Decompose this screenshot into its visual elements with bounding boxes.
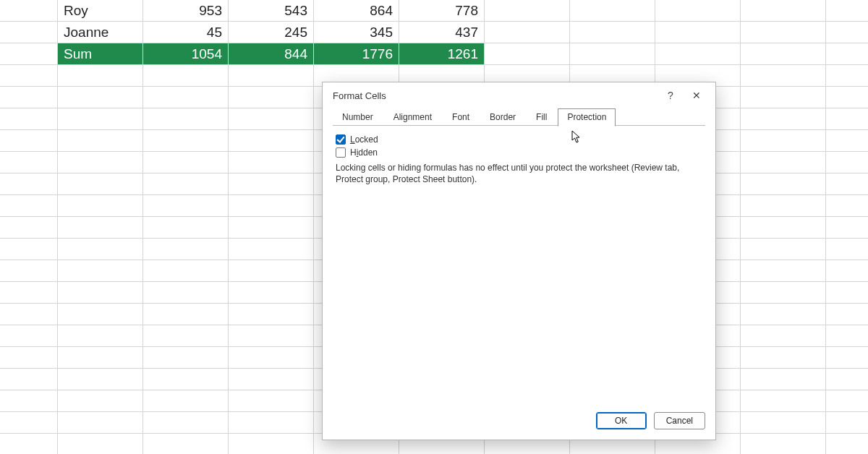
cell[interactable] <box>58 434 143 454</box>
cell[interactable] <box>229 87 314 108</box>
ok-button[interactable]: OK <box>596 412 647 429</box>
locked-checkbox[interactable] <box>336 134 346 145</box>
cell[interactable] <box>229 260 314 282</box>
cell[interactable] <box>826 347 868 369</box>
cell[interactable] <box>655 22 741 43</box>
cell[interactable] <box>741 434 826 454</box>
cell[interactable] <box>58 65 143 87</box>
cell[interactable] <box>826 0 868 22</box>
cell[interactable] <box>0 390 58 412</box>
cell[interactable] <box>0 22 58 43</box>
cell[interactable] <box>143 282 229 304</box>
cell[interactable] <box>741 282 826 304</box>
cell[interactable] <box>229 152 314 174</box>
cell[interactable] <box>0 260 58 282</box>
cell[interactable] <box>741 195 826 217</box>
cell[interactable] <box>143 260 229 282</box>
sum-value[interactable]: 1261 <box>399 43 485 65</box>
locked-label[interactable]: Locked <box>350 134 378 145</box>
cell[interactable] <box>741 412 826 434</box>
cell[interactable] <box>143 325 229 347</box>
cell[interactable] <box>0 412 58 434</box>
cell[interactable] <box>826 325 868 347</box>
cell[interactable] <box>229 434 314 454</box>
cell[interactable] <box>741 390 826 412</box>
tab-alignment[interactable]: Alignment <box>384 108 441 127</box>
cell[interactable] <box>229 412 314 434</box>
dialog-titlebar[interactable]: Format Cells ? ✕ <box>323 82 715 107</box>
sum-value[interactable]: 1776 <box>314 43 399 65</box>
cell[interactable] <box>58 304 143 325</box>
cell[interactable] <box>143 174 229 195</box>
cell[interactable] <box>229 130 314 152</box>
tab-fill[interactable]: Fill <box>527 108 556 127</box>
cell[interactable] <box>826 390 868 412</box>
cell[interactable] <box>741 304 826 325</box>
sum-value[interactable]: 1054 <box>143 43 229 65</box>
cell[interactable] <box>741 152 826 174</box>
cell[interactable] <box>570 22 655 43</box>
cell[interactable] <box>229 195 314 217</box>
cell[interactable] <box>0 130 58 152</box>
cell[interactable] <box>229 174 314 195</box>
cell[interactable] <box>826 304 868 325</box>
cell[interactable] <box>229 108 314 130</box>
hidden-checkbox[interactable] <box>336 147 346 158</box>
cell[interactable] <box>741 325 826 347</box>
data-value[interactable]: 864 <box>314 0 399 22</box>
cell[interactable] <box>826 369 868 390</box>
cell[interactable] <box>741 22 826 43</box>
cell[interactable] <box>229 304 314 325</box>
cell[interactable] <box>58 108 143 130</box>
cell[interactable] <box>570 43 655 65</box>
cell[interactable] <box>826 195 868 217</box>
cell[interactable] <box>485 0 570 22</box>
cell[interactable] <box>58 217 143 239</box>
cell[interactable] <box>826 65 868 87</box>
cell[interactable] <box>826 152 868 174</box>
cell[interactable] <box>0 325 58 347</box>
cell[interactable] <box>741 108 826 130</box>
data-value[interactable]: 45 <box>143 22 229 43</box>
cell[interactable] <box>741 65 826 87</box>
cell[interactable] <box>826 174 868 195</box>
tab-number[interactable]: Number <box>333 108 383 127</box>
cell[interactable] <box>229 217 314 239</box>
cell[interactable] <box>826 87 868 108</box>
cell[interactable] <box>0 0 58 22</box>
cell[interactable] <box>741 174 826 195</box>
cell[interactable] <box>143 87 229 108</box>
cell[interactable] <box>58 282 143 304</box>
cell[interactable] <box>741 0 826 22</box>
cell[interactable] <box>58 87 143 108</box>
help-button[interactable]: ? <box>658 85 684 106</box>
cell[interactable] <box>0 347 58 369</box>
cell[interactable] <box>0 369 58 390</box>
cell[interactable] <box>143 412 229 434</box>
cell[interactable] <box>58 152 143 174</box>
cell[interactable] <box>143 304 229 325</box>
cell[interactable] <box>143 152 229 174</box>
cell[interactable] <box>0 304 58 325</box>
cell[interactable] <box>570 0 655 22</box>
cell[interactable] <box>0 217 58 239</box>
cell[interactable] <box>655 43 741 65</box>
cell[interactable] <box>58 412 143 434</box>
cell[interactable] <box>229 282 314 304</box>
cell[interactable] <box>58 390 143 412</box>
cell[interactable] <box>0 43 58 65</box>
cell[interactable] <box>143 65 229 87</box>
row-label[interactable]: Roy <box>58 0 143 22</box>
cell[interactable] <box>58 260 143 282</box>
cell[interactable] <box>0 174 58 195</box>
row-label[interactable]: Joanne <box>58 22 143 43</box>
cell[interactable] <box>0 434 58 454</box>
cell[interactable] <box>143 347 229 369</box>
tab-protection[interactable]: Protection <box>558 108 616 127</box>
cell[interactable] <box>826 108 868 130</box>
cell[interactable] <box>229 369 314 390</box>
cell[interactable] <box>58 174 143 195</box>
cell[interactable] <box>58 325 143 347</box>
data-value[interactable]: 345 <box>314 22 399 43</box>
data-value[interactable]: 953 <box>143 0 229 22</box>
